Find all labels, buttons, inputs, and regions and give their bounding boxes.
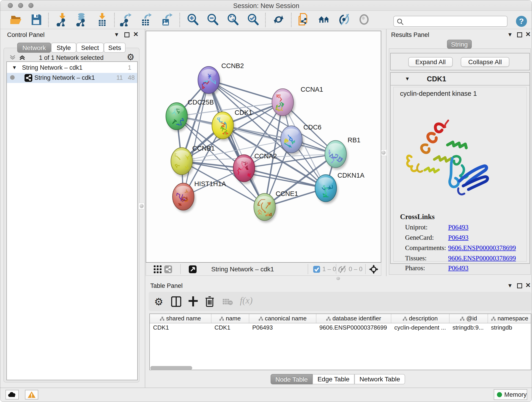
open-session-icon[interactable]	[9, 13, 22, 26]
pan-crosshair-icon[interactable]	[369, 264, 379, 274]
tab-string[interactable]: String	[447, 40, 472, 49]
hidden-eye-icon[interactable]	[338, 265, 347, 273]
table-panel-close-icon[interactable]: ✕	[525, 283, 531, 288]
grid-view-icon[interactable]	[153, 265, 162, 274]
network-node-CDKN1A[interactable]: CDKN1A	[315, 172, 365, 204]
cell-shared-name[interactable]: CDK1	[150, 323, 211, 332]
selected-counts: 1 – 0	[322, 266, 336, 273]
column-header[interactable]: canonical name	[249, 314, 316, 323]
control-panel-float-icon[interactable]	[124, 32, 129, 37]
refresh-view-icon[interactable]	[272, 13, 285, 26]
table-horizontal-scrollbar[interactable]	[150, 366, 192, 370]
network-node-RB1[interactable]: RB1	[325, 136, 360, 170]
results-panel-collapse-icon[interactable]: ▼	[507, 32, 513, 37]
zoom-out-icon[interactable]	[206, 13, 219, 26]
zoom-fit-icon[interactable]	[226, 13, 239, 26]
network-node-CCNE1[interactable]: CCNE1	[254, 190, 298, 223]
crosslink-compartments[interactable]: 9606.ENSP00000378699	[448, 244, 516, 252]
network-collection-row[interactable]: ▼ String Network – cdk1 1	[7, 63, 137, 73]
results-panel-close-icon[interactable]: ✕	[525, 32, 531, 37]
tab-style[interactable]: Style	[51, 43, 76, 53]
table-row[interactable]: CDK1 CDK1 P06493 9606.ENSP00000378699 cy…	[150, 323, 531, 332]
cloud-status-button[interactable]	[6, 390, 19, 400]
preview-icon[interactable]	[358, 13, 370, 26]
collapse-all-icon[interactable]	[9, 55, 17, 61]
results-panel-float-icon[interactable]	[517, 32, 522, 37]
crosslink-genecard[interactable]: P06493	[448, 234, 469, 241]
expand-all-icon[interactable]	[19, 55, 27, 61]
right-splitter-handle[interactable]	[380, 149, 386, 156]
memory-label: Memory	[504, 391, 527, 398]
expand-all-button[interactable]: Expand All	[408, 57, 453, 67]
network-node-HIST1H1A[interactable]: HIST1H1A	[172, 180, 226, 212]
cell-name[interactable]: CDK1	[211, 323, 249, 332]
crosslink-tissues[interactable]: 9606.ENSP00000378699	[448, 254, 516, 262]
collapse-all-button[interactable]: Collapse All	[461, 57, 509, 67]
column-header[interactable]: shared name	[150, 314, 211, 323]
cell-namespace[interactable]: stringdb	[488, 323, 531, 332]
cdk1-section-header[interactable]: ▼ CDK1	[391, 73, 530, 85]
network-node-CDC6[interactable]: CDC6	[281, 123, 322, 155]
network-node-CDK1[interactable]: CDK1	[212, 109, 252, 141]
table-panel-collapse-icon[interactable]: ▼	[507, 283, 513, 288]
left-splitter[interactable]	[145, 29, 145, 388]
cell-id[interactable]: stringdb:9...	[449, 323, 488, 332]
tab-network[interactable]: Network	[17, 43, 51, 53]
tab-network-table[interactable]: Network Table	[355, 374, 405, 384]
crosslink-pharos[interactable]: P06493	[448, 264, 469, 272]
export-image-icon[interactable]	[160, 13, 173, 26]
network-row-selected[interactable]: String Network – cdk1 11 48	[7, 73, 137, 83]
cell-database-identifier[interactable]: 9606.ENSP00000378699	[316, 323, 391, 332]
show-columns-icon[interactable]	[171, 296, 181, 307]
column-header[interactable]: description	[391, 314, 449, 323]
network-node-CCNA2[interactable]: CCNA2	[233, 153, 277, 184]
left-splitter-handle[interactable]	[139, 203, 145, 209]
network-node-CCNA1[interactable]: CCNA1	[272, 86, 323, 118]
tree-expander-icon[interactable]: ▼	[12, 65, 17, 70]
horizontal-splitter-handle[interactable]	[336, 277, 340, 280]
cell-canonical-name[interactable]: P06493	[249, 323, 316, 332]
control-panel-close-icon[interactable]: ✕	[133, 32, 138, 37]
export-table-icon[interactable]	[140, 13, 152, 26]
delete-column-icon[interactable]	[205, 296, 214, 307]
save-session-icon[interactable]	[30, 13, 43, 26]
tab-select[interactable]: Select	[76, 43, 104, 53]
protein-description: cyclin-dependent kinase 1	[400, 90, 477, 97]
section-expander-icon[interactable]: ▼	[405, 76, 410, 82]
column-header[interactable]: name	[211, 314, 249, 323]
add-column-icon[interactable]	[188, 296, 198, 307]
tab-edge-table[interactable]: Edge Table	[312, 374, 355, 384]
network-from-file-icon[interactable]	[297, 13, 310, 26]
zoom-in-icon[interactable]	[186, 13, 199, 26]
crosslink-uniprot[interactable]: P06493	[448, 223, 469, 231]
tab-node-table[interactable]: Node Table	[271, 374, 312, 384]
cell-description[interactable]: cyclin-dependent ...	[391, 323, 449, 332]
column-header[interactable]: database identifier	[316, 314, 391, 323]
zoom-selected-icon[interactable]	[247, 13, 259, 26]
search-input[interactable]	[406, 17, 504, 26]
birdseye-view-icon[interactable]	[189, 265, 197, 274]
table-settings-gear-icon[interactable]: ⚙	[154, 296, 163, 307]
import-network-database-icon[interactable]	[75, 13, 88, 26]
column-header[interactable]: namespace	[488, 314, 531, 323]
column-type-icon	[460, 317, 465, 321]
selected-checkbox-icon[interactable]	[313, 266, 320, 273]
network-node-count: 11	[116, 74, 123, 81]
network-options-gear-icon[interactable]: ⚙	[127, 52, 134, 62]
network-edge[interactable]	[209, 80, 265, 207]
import-table-file-icon[interactable]	[96, 13, 109, 26]
network-node-CCNB1[interactable]: CCNB1	[171, 145, 215, 177]
import-network-file-icon[interactable]	[56, 13, 69, 26]
network-list-view-icon[interactable]	[164, 265, 172, 274]
warning-status-button[interactable]	[25, 390, 38, 400]
home-icon[interactable]	[317, 13, 330, 26]
help-icon[interactable]: ?	[516, 16, 527, 27]
tab-sets[interactable]: Sets	[104, 43, 126, 53]
control-panel-collapse-icon[interactable]: ▼	[114, 32, 119, 37]
show-hide-panels-icon[interactable]	[338, 13, 351, 26]
column-header[interactable]: @id	[449, 314, 488, 323]
export-network-icon[interactable]	[120, 13, 133, 26]
network-canvas[interactable]: CCNB2CCNA1CDC25BCDK1CDC6RB1CCNB1CCNA2CDK…	[146, 31, 381, 263]
memory-button[interactable]: Memory	[494, 389, 527, 400]
table-panel-float-icon[interactable]	[517, 283, 522, 288]
